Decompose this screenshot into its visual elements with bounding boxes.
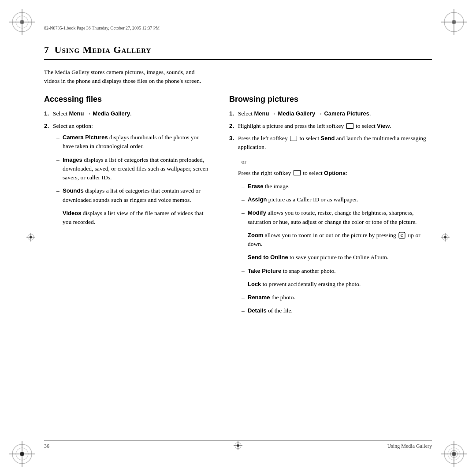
- take-picture-term: Take Picture: [248, 268, 281, 274]
- zoom-term: Zoom: [248, 232, 263, 238]
- header-bar: 82-N8735-1.book Page 36 Thursday, Octobe…: [44, 26, 432, 32]
- option-details: Details of the file.: [238, 306, 432, 315]
- media-gallery-term: Media Gallery: [93, 110, 130, 117]
- details-term: Details: [248, 307, 267, 314]
- right-softkey-icon: [294, 170, 301, 175]
- media-gallery-term-2: Media Gallery: [278, 110, 316, 117]
- options-list: Erase the image. Assign picture as a Cal…: [229, 182, 432, 316]
- mid-crosshair-right: [441, 233, 450, 243]
- browsing-step-2-num: 2.: [229, 122, 234, 130]
- modify-term: Modify: [248, 209, 266, 216]
- rename-term: Rename: [248, 294, 270, 301]
- option-zoom: Zoom allows you to zoom in or out on the…: [238, 231, 432, 249]
- browsing-steps-list: 1. Select Menu → Media Gallery → Camera …: [229, 109, 432, 152]
- footer: 36 Using Media Gallery: [44, 440, 432, 450]
- browsing-pictures-heading: Browsing pictures: [229, 95, 432, 104]
- right-column: Browsing pictures 1. Select Menu → Media…: [229, 95, 432, 320]
- sounds-term: Sounds: [63, 187, 84, 194]
- option-send-online: Send to Online to save your picture to t…: [238, 253, 432, 262]
- images-term: Images: [63, 156, 82, 163]
- option-take-picture: Take Picture to snap another photo.: [238, 267, 432, 275]
- left-softkey-icon-2: [290, 136, 297, 141]
- chapter-title: Using Media Gallery: [55, 44, 152, 55]
- browsing-step-1-num: 1.: [229, 109, 234, 118]
- option-assign: Assign picture as a Caller ID or as wall…: [238, 195, 432, 204]
- option-images: Images displays a list of categories tha…: [53, 156, 212, 182]
- option-erase: Erase the image.: [238, 182, 432, 191]
- step-2-num: 2.: [44, 122, 49, 130]
- options-sub-list: Camera Pictures displays thumbnails of t…: [53, 133, 212, 227]
- send-term: Send: [321, 135, 335, 141]
- corner-mark-tl: [9, 9, 35, 35]
- option-rename: Rename the photo.: [238, 293, 432, 302]
- zoom-nav-icon: ⊙: [398, 232, 405, 239]
- header-text: 82-N8735-1.book Page 36 Thursday, Octobe…: [44, 26, 160, 30]
- videos-term: Videos: [63, 210, 81, 216]
- option-videos: Videos displays a list view of the file …: [53, 209, 212, 227]
- option-lock: Lock to prevent accidentally erasing the…: [238, 280, 432, 289]
- left-column: Accessing files 1. Select Menu → Media G…: [44, 95, 212, 233]
- options-term: Options: [324, 170, 346, 176]
- camera-pictures-term: Camera Pictures: [63, 134, 108, 141]
- send-online-term: Send to Online: [248, 254, 288, 260]
- browsing-step-3-num: 3.: [229, 134, 234, 143]
- camera-pictures-term-2: Camera Pictures: [324, 110, 369, 117]
- mid-crosshair-left: [26, 233, 35, 243]
- option-sounds: Sounds displays a list of categories tha…: [53, 186, 212, 205]
- chapter-heading: 7 Using Media Gallery: [44, 44, 432, 60]
- assign-term: Assign: [248, 196, 267, 203]
- chapter-number: 7: [44, 44, 49, 55]
- accessing-steps-list: 1. Select Menu → Media Gallery. 2. Selec…: [44, 109, 212, 227]
- accessing-files-heading: Accessing files: [44, 95, 212, 104]
- accessing-step-1: 1. Select Menu → Media Gallery.: [44, 109, 212, 118]
- or-text: - or -: [229, 158, 432, 165]
- left-softkey-icon-1: [346, 123, 353, 129]
- erase-term: Erase: [248, 183, 263, 190]
- accessing-step-2: 2. Select an option: Camera Pictures dis…: [44, 122, 212, 227]
- menu-term-2: Menu: [254, 110, 269, 117]
- view-term: View: [377, 123, 390, 129]
- page: 82-N8735-1.book Page 36 Thursday, Octobe…: [0, 0, 476, 476]
- option-camera-pictures: Camera Pictures displays thumbnails of t…: [53, 133, 212, 151]
- corner-mark-tr: [441, 9, 467, 35]
- corner-mark-bl: [9, 441, 35, 467]
- two-column-layout: Accessing files 1. Select Menu → Media G…: [44, 95, 432, 320]
- corner-mark-br: [441, 441, 467, 467]
- svg-text:⊙: ⊙: [400, 233, 404, 238]
- option-modify: Modify allows you to rotate, resize, cha…: [238, 208, 432, 227]
- browsing-step-3: 3. Press the left softkey to select Send…: [229, 134, 432, 152]
- browsing-step-1: 1. Select Menu → Media Gallery → Camera …: [229, 109, 432, 118]
- footer-section-title: Using Media Gallery: [387, 443, 432, 450]
- press-right-softkey-text: Press the right softkey to select Option…: [229, 169, 432, 178]
- main-content: 7 Using Media Gallery The Media Gallery …: [44, 44, 432, 432]
- intro-paragraph: The Media Gallery stores camera pictures…: [44, 68, 212, 86]
- footer-page-num: 36: [44, 443, 49, 450]
- menu-term: Menu: [69, 110, 84, 117]
- step-1-num: 1.: [44, 109, 49, 118]
- lock-term: Lock: [248, 281, 261, 287]
- browsing-step-2: 2. Highlight a picture and press the lef…: [229, 122, 432, 130]
